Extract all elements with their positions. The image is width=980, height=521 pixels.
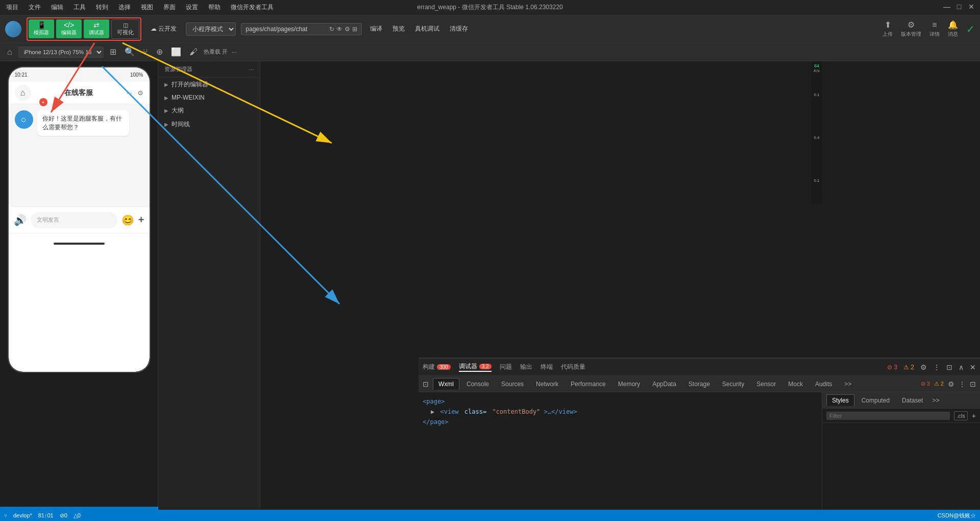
- network-chart: 84 K/s 0.1 0.4 0.1: [812, 61, 822, 204]
- simulator-button[interactable]: 📱 模拟器: [29, 19, 54, 38]
- menu-item-interface[interactable]: 界面: [161, 2, 178, 13]
- eye-icon[interactable]: 👁: [336, 26, 342, 33]
- tab-network[interactable]: Network: [531, 378, 564, 390]
- tab-console[interactable]: Console: [461, 378, 494, 390]
- file-tree-item-outline[interactable]: ▶ 大纲: [158, 104, 260, 117]
- file-tree-more[interactable]: ···: [249, 66, 254, 73]
- file-tree-item-open-editors[interactable]: ▶ 打开的编辑器: [158, 78, 260, 91]
- tab-performance[interactable]: Performance: [566, 378, 611, 390]
- simulator-icon: 📱: [37, 21, 46, 29]
- devtools-tab-code-quality[interactable]: 代码质量: [561, 363, 585, 371]
- hot-reload-toggle[interactable]: 热重载 开: [204, 48, 228, 56]
- preview-action[interactable]: 预览: [389, 22, 408, 35]
- devtools-settings-icon[interactable]: ⚙: [920, 363, 927, 371]
- more-button[interactable]: ···: [232, 49, 237, 56]
- version-action[interactable]: ⚙ 版本管理: [901, 20, 921, 38]
- git-icon[interactable]: ⑂: [141, 46, 150, 58]
- phone-home-button[interactable]: ⌂: [15, 85, 31, 101]
- phone-plus-icon[interactable]: +: [138, 214, 144, 226]
- file-tree-item-mp-weixin[interactable]: ▶ MP-WEIXIN: [158, 91, 260, 104]
- menu-item-goto[interactable]: 转到: [94, 2, 110, 13]
- cloud-button[interactable]: ☁ 云开发: [146, 22, 181, 35]
- menu-item-view[interactable]: 视图: [139, 2, 155, 13]
- menu-item-settings[interactable]: 设置: [184, 2, 200, 13]
- minimize-button[interactable]: —: [942, 2, 951, 11]
- upload-action[interactable]: ⬆ 上传: [883, 20, 893, 38]
- connect-icon[interactable]: ⊕: [154, 46, 165, 58]
- tab-memory[interactable]: Memory: [613, 378, 645, 390]
- file-tree-item-timeline[interactable]: ▶ 时间线: [158, 117, 260, 131]
- filter-input[interactable]: [826, 412, 950, 420]
- phone-record-icon[interactable]: ⊙: [138, 89, 143, 97]
- phone-emoji-icon[interactable]: 😊: [121, 214, 134, 226]
- devtools-inspect-icon[interactable]: ⊡: [423, 380, 429, 388]
- details-action[interactable]: ≡ 详情: [929, 20, 940, 38]
- tab-more[interactable]: >>: [839, 378, 856, 390]
- refresh-icon[interactable]: ↻: [329, 26, 334, 33]
- phone-input-field[interactable]: 文明发言: [31, 212, 117, 228]
- tab-storage[interactable]: Storage: [683, 378, 715, 390]
- menu-item-select[interactable]: 选择: [116, 2, 133, 13]
- real-device-action[interactable]: 真机调试: [412, 22, 443, 35]
- messages-action[interactable]: 🔔 消息: [948, 20, 958, 38]
- tab-styles[interactable]: Styles: [826, 394, 854, 406]
- image-icon[interactable]: ⬜: [169, 46, 183, 58]
- devtools-tab-debugger[interactable]: 调试器 3,2: [459, 362, 492, 372]
- devtools-tab-output[interactable]: 输出: [520, 363, 532, 371]
- menu-item-tool[interactable]: 工具: [71, 2, 88, 13]
- menu-item-file[interactable]: 文件: [27, 2, 43, 13]
- debugger-button[interactable]: ⇄ 调试器: [84, 19, 109, 38]
- warning-badge: ⚠ 2: [934, 381, 944, 387]
- devtools-undock-icon[interactable]: ⊡: [970, 380, 976, 388]
- devtools-more-icon[interactable]: ⋮: [933, 363, 940, 371]
- chat-area: ○ 你好！这里是跑腿客服，有什么需要帮您？: [9, 104, 150, 206]
- devtools-tab-build[interactable]: 构建 300: [423, 363, 451, 371]
- layers-icon[interactable]: ⊞: [352, 26, 357, 33]
- cls-button[interactable]: .cls: [954, 411, 968, 420]
- file-tree-title: 资源管理器: [164, 65, 192, 73]
- editor-button[interactable]: </> 编辑器: [56, 19, 82, 38]
- screen-icon[interactable]: ⊞: [108, 46, 118, 58]
- compile-action[interactable]: 编译: [367, 22, 385, 35]
- menu-item-project[interactable]: 项目: [4, 2, 20, 13]
- maximize-button[interactable]: □: [954, 2, 964, 11]
- open-editors-label: 打开的编辑器: [172, 80, 208, 89]
- menu-item-help[interactable]: 帮助: [206, 2, 223, 13]
- device-selector[interactable]: iPhone 12/13 (Pro) 75% 16: [18, 46, 104, 58]
- visualize-button[interactable]: ◫ 可视化: [111, 19, 139, 39]
- menu-item-weixin-devtools[interactable]: 微信开发者工具: [229, 2, 276, 13]
- phone-voice-icon[interactable]: 🔊: [14, 214, 27, 226]
- tab-sensor[interactable]: Sensor: [751, 378, 781, 390]
- devtools-ellipsis-icon[interactable]: ⋮: [959, 380, 966, 388]
- code-line-3: </page>: [423, 417, 818, 427]
- expand-arrow: ▶: [431, 408, 434, 415]
- tab-audits[interactable]: Audits: [810, 378, 837, 390]
- tab-computed[interactable]: Computed: [856, 395, 895, 406]
- tab-sources[interactable]: Sources: [496, 378, 529, 390]
- tab-mock[interactable]: Mock: [783, 378, 808, 390]
- devtools-tab-terminal[interactable]: 终端: [541, 363, 553, 371]
- devtools-close-icon[interactable]: ✕: [970, 363, 976, 371]
- devtools-gear-icon[interactable]: ⚙: [948, 380, 954, 388]
- phone-dots-icon[interactable]: ···: [127, 89, 132, 97]
- tab-appdata[interactable]: AppData: [647, 378, 681, 390]
- tab-wxml[interactable]: Wxml: [433, 378, 459, 390]
- tab-dataset[interactable]: Dataset: [897, 395, 928, 406]
- outline-label: 大纲: [172, 106, 184, 115]
- devtools-collapse-icon[interactable]: ∧: [959, 363, 964, 371]
- clear-cache-action[interactable]: 清缓存: [447, 22, 471, 35]
- add-style-button[interactable]: +: [972, 412, 976, 420]
- devtools-tab-issues[interactable]: 问题: [500, 363, 512, 371]
- settings-icon[interactable]: ⚙: [345, 26, 350, 33]
- code-line-2[interactable]: ▶ <view class= "contentBody" >…</view>: [423, 407, 818, 417]
- tab-more[interactable]: >>: [932, 397, 939, 404]
- brush-icon[interactable]: 🖌: [187, 46, 200, 58]
- devtools-pop-out-icon[interactable]: ⊡: [946, 363, 952, 371]
- menu-bar: 项目 文件 编辑 工具 转到 选择 视图 界面 设置 帮助 微信开发者工具 er…: [0, 0, 980, 15]
- close-button[interactable]: ✕: [967, 2, 976, 11]
- mode-selector[interactable]: 小程序模式: [186, 22, 236, 36]
- path-display: pages/chat/pages/chat: [246, 26, 327, 33]
- search-icon[interactable]: 🔍: [122, 46, 137, 58]
- menu-item-edit[interactable]: 编辑: [49, 2, 65, 13]
- tab-security[interactable]: Security: [717, 378, 749, 390]
